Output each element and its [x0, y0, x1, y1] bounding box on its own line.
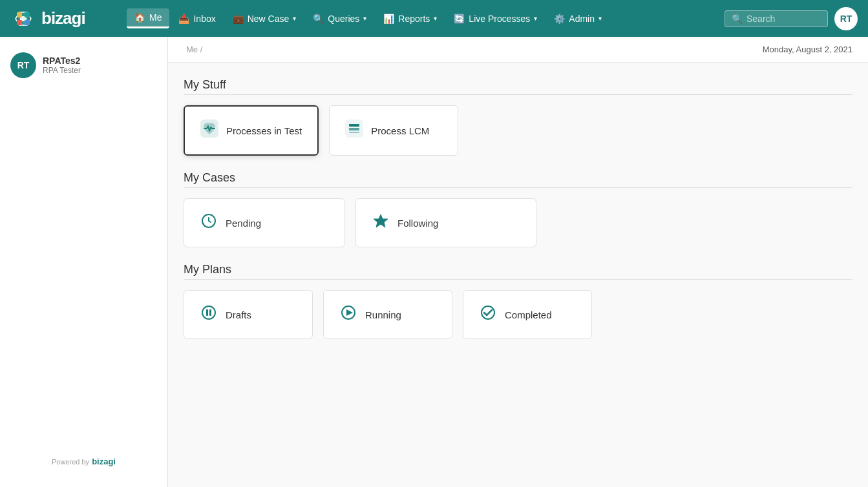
main-layout: RT RPATes2 RPA Tester Powered by bizagi …: [0, 37, 868, 487]
search-input[interactable]: [746, 14, 821, 24]
home-icon: 🏠: [134, 12, 145, 23]
pause-circle-icon: [200, 304, 218, 326]
my-plans-cards: Drafts Running: [184, 290, 852, 339]
card-completed[interactable]: Completed: [463, 290, 592, 339]
my-stuff-section: My Stuff Processes in Test: [184, 78, 852, 156]
play-circle-icon: [339, 304, 357, 326]
svg-rect-18: [209, 309, 211, 316]
nav-item-queries[interactable]: 🔍 Queries ▾: [305, 10, 374, 28]
my-stuff-title: My Stuff: [184, 78, 852, 92]
bizagi-logo-icon: [10, 6, 36, 32]
sidebar-footer-logo: bizagi: [92, 457, 116, 466]
nav-item-admin[interactable]: ⚙️ Admin ▾: [546, 10, 609, 28]
svg-marker-20: [346, 309, 353, 316]
reports-chart-icon: 📊: [383, 14, 394, 24]
heartbeat-icon: [200, 119, 218, 141]
logo-text: bizagi: [41, 8, 85, 28]
svg-rect-8: [25, 20, 30, 25]
nav-me-label: Me: [149, 12, 162, 23]
svg-rect-12: [349, 128, 359, 130]
inbox-icon: 📥: [178, 14, 189, 24]
nav-item-me[interactable]: 🏠 Me: [127, 8, 169, 28]
nav-items: 🏠 Me 📥 Inbox 💼 New Case ▾ 🔍 Queries ▾ 📊 …: [127, 8, 722, 28]
search-box[interactable]: 🔍: [725, 10, 828, 27]
svg-rect-11: [349, 124, 359, 127]
sidebar: RT RPATes2 RPA Tester Powered by bizagi: [0, 37, 168, 487]
queries-chevron-icon: ▾: [363, 15, 366, 22]
nav-right: 🔍 RT: [725, 7, 858, 30]
admin-gear-icon: ⚙️: [554, 14, 565, 24]
nav-new-case-label: New Case: [248, 14, 290, 24]
card-drafts[interactable]: Drafts: [184, 290, 313, 339]
sidebar-avatar: RT: [10, 52, 36, 78]
svg-point-16: [202, 306, 215, 319]
my-plans-divider: [184, 279, 852, 280]
search-icon: 🔍: [732, 14, 743, 24]
reports-chevron-icon: ▾: [434, 15, 437, 22]
completed-label: Completed: [505, 309, 552, 320]
my-cases-title: My Cases: [184, 171, 852, 185]
card-process-lcm[interactable]: Process LCM: [329, 105, 458, 156]
nav-inbox-label: Inbox: [193, 14, 215, 24]
my-plans-section: My Plans Drafts: [184, 263, 852, 339]
my-cases-section: My Cases Pending: [184, 171, 852, 247]
svg-rect-6: [25, 12, 30, 17]
my-cases-cards: Pending Following: [184, 198, 852, 247]
nav-item-reports[interactable]: 📊 Reports ▾: [376, 10, 445, 28]
breadcrumb-text: Me /: [186, 45, 202, 54]
sidebar-role: RPA Tester: [43, 66, 81, 75]
my-stuff-divider: [184, 94, 852, 95]
my-plans-title: My Plans: [184, 263, 852, 276]
card-processes-in-test[interactable]: Processes in Test: [184, 105, 319, 156]
star-icon: [372, 212, 390, 234]
admin-chevron-icon: ▾: [598, 15, 602, 22]
nav-reports-label: Reports: [398, 14, 430, 24]
live-processes-icon: 🔄: [454, 14, 465, 24]
content-area: My Stuff Processes in Test: [168, 63, 868, 365]
svg-rect-13: [349, 132, 359, 133]
pending-label: Pending: [226, 218, 261, 229]
sidebar-username: RPATes2: [43, 56, 81, 66]
card-running[interactable]: Running: [323, 290, 452, 339]
following-label: Following: [397, 218, 438, 229]
running-label: Running: [365, 309, 401, 320]
nav-live-processes-label: Live Processes: [469, 14, 530, 24]
sidebar-user-info: RPATes2 RPA Tester: [43, 56, 81, 75]
check-circle-icon: [479, 304, 497, 326]
card-pending[interactable]: Pending: [184, 198, 345, 247]
svg-marker-15: [374, 214, 388, 227]
nav-item-inbox[interactable]: 📥 Inbox: [171, 10, 223, 28]
powered-by-label: Powered by: [52, 458, 89, 466]
queries-search-icon: 🔍: [313, 14, 324, 24]
sidebar-user: RT RPATes2 RPA Tester: [0, 47, 167, 88]
layers-icon: [345, 119, 363, 141]
processes-in-test-label: Processes in Test: [226, 125, 302, 136]
process-lcm-label: Process LCM: [371, 125, 429, 136]
logo-area: bizagi: [10, 6, 114, 32]
new-case-chevron-icon: ▾: [293, 15, 296, 22]
svg-rect-7: [17, 20, 22, 25]
card-following[interactable]: Following: [355, 198, 536, 247]
briefcase-icon: 💼: [233, 14, 244, 24]
avatar[interactable]: RT: [834, 7, 858, 30]
date-label: Monday, August 2, 2021: [763, 45, 852, 54]
svg-rect-5: [17, 12, 22, 17]
breadcrumb-bar: Me / Monday, August 2, 2021: [168, 37, 868, 63]
breadcrumb[interactable]: Me /: [184, 45, 202, 54]
top-navigation: bizagi 🏠 Me 📥 Inbox 💼 New Case ▾ 🔍 Queri…: [0, 0, 868, 37]
nav-queries-label: Queries: [328, 14, 359, 24]
svg-rect-17: [206, 309, 208, 316]
live-processes-chevron-icon: ▾: [534, 15, 537, 22]
clock-icon: [200, 212, 218, 234]
sidebar-footer: Powered by bizagi: [0, 446, 167, 477]
nav-admin-label: Admin: [569, 14, 595, 24]
nav-item-live-processes[interactable]: 🔄 Live Processes ▾: [446, 10, 545, 28]
drafts-label: Drafts: [226, 309, 251, 320]
main-content: Me / Monday, August 2, 2021 My Stuff: [168, 37, 868, 487]
my-stuff-cards: Processes in Test Process LCM: [184, 105, 852, 156]
my-cases-divider: [184, 187, 852, 188]
nav-item-new-case[interactable]: 💼 New Case ▾: [225, 10, 304, 28]
